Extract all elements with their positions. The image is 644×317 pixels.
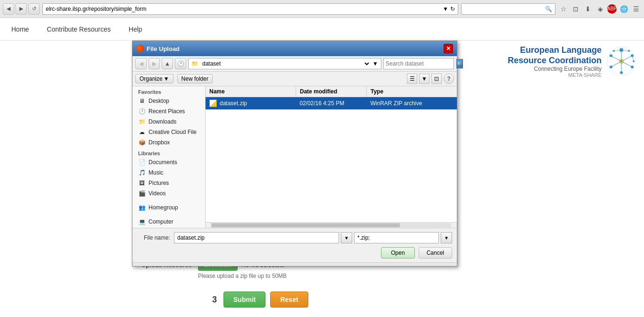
dialog-footer: File name: ▼ ▼ Open Cancel: [132, 228, 457, 262]
sidebar-label-downloads: Downloads: [149, 118, 176, 125]
filename-dropdown[interactable]: ▼: [341, 232, 352, 243]
filename-input-wrapper: ▼ ▼: [174, 232, 452, 243]
dialog-toolbar: ◀ ▶ ▲ 🕐 📁 dataset ▼ 🔍: [132, 56, 457, 72]
dialog-up-button[interactable]: ▲: [162, 58, 173, 69]
nav-bar: Home Contribute Resources Help: [0, 18, 644, 41]
dialog-forward-button[interactable]: ▶: [149, 58, 160, 69]
browser-search-input[interactable]: [464, 6, 545, 12]
address-input[interactable]: [46, 6, 441, 12]
dialog-close-button[interactable]: ✕: [444, 44, 453, 53]
sidebar-item-music[interactable]: 🎵 Music: [132, 167, 205, 178]
organize-button[interactable]: Organize ▼: [135, 74, 173, 83]
sidebar-label-desktop: Desktop: [149, 98, 169, 104]
dialog-search-button[interactable]: 🔍: [456, 59, 463, 68]
folder-icon: 📁: [191, 60, 198, 67]
desktop-icon: 🖥: [138, 97, 146, 105]
filename-input[interactable]: [174, 232, 339, 243]
back-button[interactable]: ◀: [3, 3, 14, 15]
dialog-toolbar2: Organize ▼ New folder ☰ ▼ ⊡ ?: [132, 72, 457, 86]
sidebar-item-creative-cloud[interactable]: ☁ Creative Cloud File: [132, 127, 205, 137]
help-button[interactable]: ?: [444, 74, 454, 84]
menu-icon[interactable]: ☰: [631, 4, 641, 14]
file-upload-dialog: File Upload ✕ ◀ ▶ ▲ 🕐 📁 dataset ▼: [132, 41, 457, 267]
filetype-input[interactable]: [354, 232, 439, 243]
documents-icon: 📄: [138, 158, 146, 166]
page-content: European Language Resource Coordination …: [0, 41, 644, 317]
dialog-open-button[interactable]: Open: [381, 247, 414, 259]
sidebar-label-dropbox: Dropbox: [149, 139, 170, 146]
dialog-buttons: Open Cancel: [137, 247, 452, 259]
zip-file-icon: [209, 100, 217, 107]
adblock-icon[interactable]: ABP: [607, 4, 617, 14]
firefox-icon: [136, 45, 144, 52]
path-bar: 📁 dataset ▼: [188, 58, 381, 69]
col-name-header[interactable]: Name: [206, 86, 296, 97]
libraries-header: Libraries: [132, 148, 205, 157]
favorites-header: Favorites: [132, 86, 205, 96]
new-folder-button[interactable]: New folder: [177, 74, 213, 83]
downloads-icon: 📁: [138, 118, 146, 125]
home-icon[interactable]: ⊡: [570, 4, 581, 14]
dialog-sidebar: Favorites 🖥 Desktop 🕐 Recent Places 📁: [132, 86, 205, 228]
horizontal-scrollbar[interactable]: [206, 222, 457, 228]
sidebar-label-pictures: Pictures: [149, 180, 169, 186]
language-icon[interactable]: 🌐: [619, 4, 629, 14]
browser-search-bar: 🔍: [461, 3, 555, 15]
star-icon[interactable]: ☆: [558, 4, 569, 14]
col-type-header[interactable]: Type: [367, 86, 457, 97]
sidebar-item-dropbox[interactable]: 📦 Dropbox: [132, 137, 205, 148]
path-dropdown[interactable]: dataset: [200, 60, 371, 67]
sidebar-item-desktop[interactable]: 🖥 Desktop: [132, 96, 205, 106]
path-arrow: ▼: [372, 60, 378, 67]
dialog-search-input[interactable]: [386, 60, 456, 67]
organize-label: Organize: [140, 75, 163, 82]
download-icon[interactable]: ⬇: [583, 4, 593, 14]
nav-home[interactable]: Home: [9, 25, 31, 33]
col-date-header[interactable]: Date modified: [296, 86, 367, 97]
extensions-icon[interactable]: ◈: [595, 4, 605, 14]
dialog-back-button[interactable]: ◀: [135, 58, 147, 69]
file-date-cell: 02/02/16 4:25 PM: [296, 99, 367, 108]
filename-row: File name: ▼ ▼: [137, 232, 452, 243]
sidebar-item-computer[interactable]: 💻 Computer: [132, 217, 205, 227]
refresh-icon: ↻: [450, 6, 455, 12]
dialog-resize-grip[interactable]: [132, 262, 457, 266]
dialog-recent-button[interactable]: 🕐: [175, 58, 186, 69]
computer-icon: 💻: [138, 218, 146, 225]
file-list-area: Name Date modified Type dataset.zip: [206, 86, 457, 228]
nav-contribute[interactable]: Contribute Resources: [45, 25, 112, 33]
scroll-thumb: [211, 223, 400, 227]
sidebar-item-homegroup[interactable]: 👥 Homegroup: [132, 202, 205, 213]
videos-icon: 🎬: [138, 190, 146, 197]
dialog-title-text: File Upload: [147, 45, 180, 52]
dialog-search-bar: 🔍: [383, 58, 454, 69]
sidebar-item-downloads[interactable]: 📁 Downloads: [132, 117, 205, 127]
view-dropdown-button[interactable]: ▼: [419, 74, 429, 84]
file-row[interactable]: dataset.zip 02/02/16 4:25 PM WinRAR ZIP …: [206, 97, 457, 109]
forward-button[interactable]: ▶: [16, 3, 27, 15]
file-list-header: Name Date modified Type: [206, 86, 457, 97]
view-preview-button[interactable]: ⊡: [431, 74, 442, 84]
view-list-button[interactable]: ☰: [407, 74, 417, 84]
homegroup-icon: 👥: [138, 204, 146, 211]
music-icon: 🎵: [138, 169, 146, 176]
sidebar-label-recent: Recent Places: [149, 108, 185, 115]
sidebar-label-creative: Creative Cloud File: [149, 129, 197, 135]
dialog-titlebar: File Upload ✕: [132, 41, 457, 56]
search-icon: 🔍: [545, 6, 552, 12]
view-icons: ☰ ▼ ⊡ ?: [407, 74, 454, 84]
sidebar-label-documents: Documents: [149, 159, 177, 166]
refresh-button[interactable]: ↺: [28, 3, 40, 15]
nav-buttons: ◀ ▶ ↺: [3, 3, 40, 15]
sidebar-item-pictures[interactable]: 🖼 Pictures: [132, 178, 205, 188]
nav-help[interactable]: Help: [127, 25, 144, 33]
sidebar-item-documents[interactable]: 📄 Documents: [132, 157, 205, 167]
sidebar-item-recent[interactable]: 🕐 Recent Places: [132, 106, 205, 117]
filetype-dropdown[interactable]: ▼: [441, 232, 452, 243]
dropbox-icon: 📦: [138, 139, 146, 146]
scroll-track: [211, 223, 451, 227]
dialog-cancel-button[interactable]: Cancel: [419, 247, 452, 259]
dialog-body: Favorites 🖥 Desktop 🕐 Recent Places 📁: [132, 86, 457, 228]
sidebar-item-videos[interactable]: 🎬 Videos: [132, 188, 205, 199]
sidebar-label-videos: Videos: [149, 190, 165, 197]
